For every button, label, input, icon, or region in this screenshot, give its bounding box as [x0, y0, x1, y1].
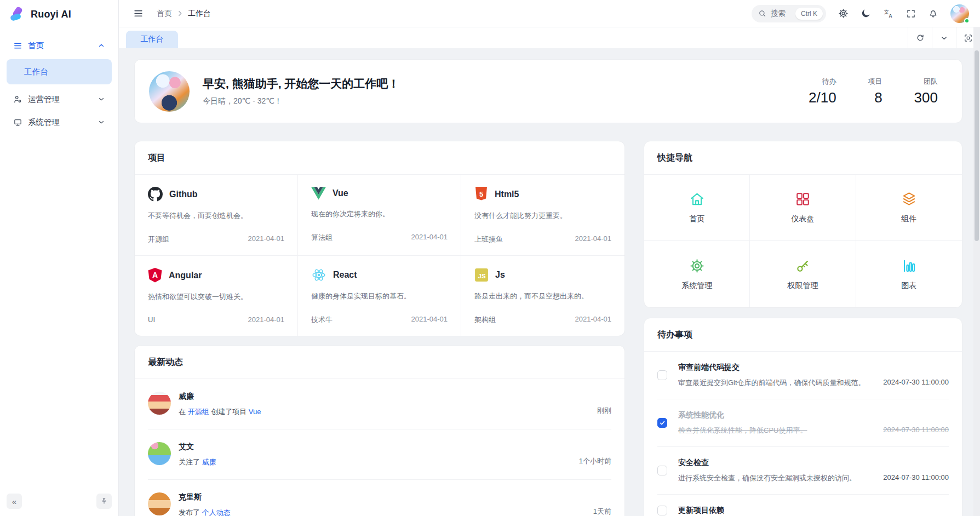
- project-date: 2021-04-01: [575, 234, 612, 244]
- sidebar-item-system[interactable]: 系统管理: [7, 111, 112, 134]
- tab-options-button[interactable]: [932, 27, 956, 48]
- todo-date: 2024-07-30 11:00:00: [883, 378, 949, 388]
- todos-title: 待办事项: [644, 318, 962, 352]
- refresh-tab-button[interactable]: [908, 27, 932, 48]
- quick-nav-components[interactable]: 组件: [856, 175, 962, 241]
- topbar: 首页 工作台 搜索 Ctrl K: [119, 0, 980, 27]
- quick-nav-permissions[interactable]: 权限管理: [750, 241, 856, 307]
- content: 早安, 熊猫助手, 开始您一天的工作吧！ 今日晴，20℃ - 32℃！ 待办 2…: [119, 48, 980, 516]
- page-scrollbar[interactable]: [973, 27, 980, 516]
- menu-lines-icon: [13, 41, 22, 50]
- project-card-vue[interactable]: Vue 现在的你决定将来的你。 算法组 2021-04-01: [298, 175, 461, 256]
- todo-date: 2024-07-30 11:00:00: [883, 426, 949, 435]
- activity-item: 克里斯 发布了 个人动态 1天前: [148, 479, 611, 516]
- activity-desc: 关注了 威廉: [179, 457, 571, 467]
- project-card-react[interactable]: React 健康的身体是实现目标的基石。 技术牛 2021-04-01: [298, 256, 461, 336]
- todo-desc: 检查并优化系统性能，降低CPU使用率。: [678, 426, 807, 435]
- sidebar-item-label: 工作台: [24, 67, 48, 77]
- project-date: 2021-04-01: [248, 316, 285, 324]
- app-root: Ruoyi AI 首页 工作台: [0, 0, 980, 516]
- quick-nav-title: 快捷导航: [644, 141, 962, 175]
- todo-desc: 审查最近提交到Git仓库的前端代码，确保代码质量和规范。: [678, 378, 866, 388]
- quick-nav-system[interactable]: 系统管理: [644, 241, 750, 307]
- notifications-button[interactable]: [928, 8, 938, 19]
- project-card-js[interactable]: JS Js 路是走出来的，而不是空想出来的。 架构组 2021-04-01: [461, 256, 624, 336]
- html5-icon: 5: [474, 187, 488, 202]
- quick-nav-grid: 首页: [644, 175, 962, 307]
- project-card-github[interactable]: Github 不要等待机会，而要创造机会。 开源组 2021-04-01: [135, 175, 298, 256]
- project-card-html5[interactable]: 5 Html5 没有什么才能比努力更重要。 上班摸鱼 2021-04-01: [461, 175, 624, 256]
- todo-desc: 进行系统安全检查，确保没有安全漏洞或未授权的访问。: [678, 473, 856, 483]
- js-icon: JS: [474, 268, 489, 282]
- collapse-sidebar-icon: «: [12, 497, 16, 506]
- scrollbar-thumb[interactable]: [975, 50, 979, 241]
- activity-link[interactable]: 开源组: [188, 408, 209, 416]
- todo-item: 安全检查 进行系统安全检查，确保没有安全漏洞或未授权的访问。 2024-07-3…: [657, 446, 949, 494]
- focus-icon: [964, 33, 973, 43]
- toggle-sidebar-button[interactable]: [133, 8, 144, 19]
- project-group: 算法组: [311, 233, 333, 243]
- activity-item: 艾文 关注了 威廉 1个小时前: [148, 429, 611, 479]
- activity-list: 威廉 在 开源组 创建了项目 Vue 刚刚 艾文: [135, 379, 624, 516]
- bell-icon: [928, 8, 938, 19]
- stat-todo: 待办 2/10: [809, 77, 836, 106]
- fullscreen-button[interactable]: [906, 9, 916, 19]
- chevron-down-icon: [98, 95, 105, 103]
- pin-icon: [100, 497, 108, 505]
- tab-label: 工作台: [141, 35, 164, 44]
- projects-title: 项目: [135, 141, 624, 175]
- chevron-up-icon: [98, 42, 105, 49]
- sidebar-item-label: 运营管理: [28, 94, 60, 105]
- search-input[interactable]: 搜索 Ctrl K: [752, 5, 826, 22]
- settings-button[interactable]: [838, 8, 849, 19]
- todo-title: 审查前端代码提交: [678, 363, 949, 372]
- project-date: 2021-04-01: [248, 234, 285, 244]
- search-placeholder: 搜索: [771, 9, 786, 19]
- sidebar-item-home[interactable]: 首页: [7, 34, 112, 57]
- bar-chart-icon: [901, 258, 917, 274]
- dark-mode-button[interactable]: [861, 8, 871, 19]
- svg-text:文: 文: [884, 9, 889, 15]
- todo-item: 更新项目依赖: [657, 494, 949, 516]
- pin-sidebar-button[interactable]: [96, 494, 112, 509]
- breadcrumb-home[interactable]: 首页: [157, 9, 172, 19]
- github-icon: [148, 187, 163, 202]
- todo-checkbox[interactable]: [657, 418, 667, 428]
- todo-checkbox[interactable]: [657, 370, 667, 380]
- projects-grid: Github 不要等待机会，而要创造机会。 开源组 2021-04-01: [135, 175, 624, 336]
- quick-nav-charts[interactable]: 图表: [856, 241, 962, 307]
- activity-user: 克里斯: [179, 492, 586, 502]
- welcome-title: 早安, 熊猫助手, 开始您一天的工作吧！: [203, 76, 399, 91]
- activity-link[interactable]: Vue: [249, 408, 261, 416]
- sidebar-item-label: 首页: [28, 41, 44, 51]
- fullscreen-icon: [906, 9, 916, 19]
- avatar: [148, 492, 171, 515]
- todo-checkbox[interactable]: [657, 466, 667, 475]
- topbar-actions: 搜索 Ctrl K: [752, 4, 969, 23]
- project-card-angular[interactable]: A Angular 热情和欲望可以突破一切难关。 UI 2021-04-01: [135, 256, 298, 336]
- todo-checkbox[interactable]: [657, 506, 667, 515]
- refresh-icon: [916, 33, 925, 42]
- sidebar-item-operations[interactable]: 运营管理: [7, 88, 112, 111]
- app-title: Ruoyi AI: [31, 9, 71, 20]
- todo-date: 2024-07-30 11:00:00: [883, 473, 949, 483]
- sidebar-item-workbench[interactable]: 工作台: [7, 59, 112, 84]
- quick-nav-dashboard[interactable]: 仪表盘: [750, 175, 856, 241]
- sidebar-menu: 首页 工作台 运营管理: [0, 28, 118, 134]
- activity-link[interactable]: 威廉: [202, 458, 216, 466]
- home-icon: [689, 191, 705, 207]
- activity-link[interactable]: 个人动态: [202, 508, 231, 516]
- breadcrumb: 首页 工作台: [157, 9, 211, 19]
- main-area: 首页 工作台 搜索 Ctrl K: [119, 0, 980, 516]
- logo[interactable]: Ruoyi AI: [0, 0, 118, 28]
- tab-workbench[interactable]: 工作台: [126, 31, 178, 48]
- user-avatar[interactable]: [950, 4, 969, 23]
- svg-text:JS: JS: [478, 273, 486, 279]
- collapse-sidebar-button[interactable]: «: [7, 494, 22, 509]
- quick-nav-home[interactable]: 首页: [644, 175, 750, 241]
- svg-text:A: A: [889, 13, 892, 19]
- language-button[interactable]: 文 A: [883, 8, 894, 19]
- react-icon: [311, 268, 326, 282]
- activity-time: 刚刚: [597, 406, 611, 416]
- dashboard-icon: [795, 191, 811, 207]
